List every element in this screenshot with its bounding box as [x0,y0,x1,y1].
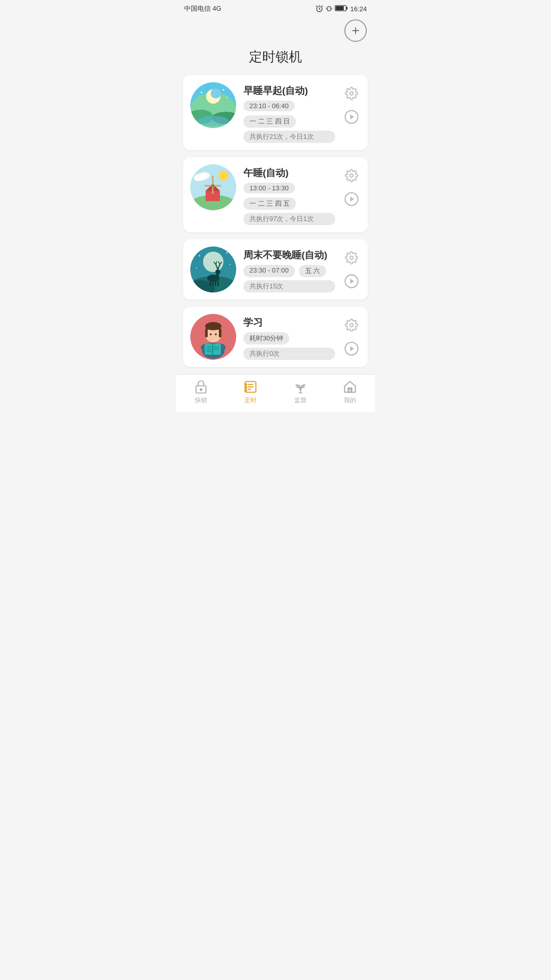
card-title-noon-nap: 午睡(自动) [243,166,335,180]
nav-label-monitor: 监督 [294,396,307,405]
status-right: 16:24 [315,5,367,13]
nav-icon-quick-lock [194,380,208,394]
svg-point-40 [203,252,223,272]
settings-button-early-sleep[interactable] [342,84,361,103]
page-title: 定时锁机 [176,44,375,75]
svg-rect-92 [245,389,247,392]
play-icon-early-sleep [344,109,359,125]
card-body-weekend-sleep: 周末不要晚睡(自动) 23:30 - 07:00 五 六 共执行15次 [243,247,335,292]
nav-icon-timer [243,380,258,394]
card-actions-study [342,314,361,358]
carrier-text: 中国电信 4G [184,4,221,13]
card-noon-nap: 午睡(自动) 13:00 - 13:30 一 二 三 四 五 共执行97次，今日… [183,157,368,232]
svg-point-57 [227,252,228,254]
svg-rect-46 [210,281,211,286]
svg-point-79 [210,333,212,335]
play-button-weekend-sleep[interactable] [342,272,361,290]
card-image-study [190,314,236,360]
svg-rect-78 [219,329,221,337]
nav-icon-mine [343,380,357,394]
svg-marker-83 [350,346,355,351]
card-title-study: 学习 [243,316,335,329]
card-actions-early-sleep [342,82,361,126]
duration-tag-study: 耗时30分钟 [243,332,289,345]
svg-point-35 [350,174,354,178]
vibrate-icon [325,5,333,13]
svg-rect-90 [245,383,247,386]
nav-item-quick-lock[interactable]: 快锁 [176,380,226,405]
days-tag-early-sleep: 一 二 三 四 日 [243,115,296,128]
settings-button-study[interactable] [342,316,361,334]
svg-point-23 [218,170,229,181]
gear-icon-weekend-sleep [345,251,358,264]
svg-rect-77 [205,329,208,337]
card-early-sleep: 早睡早起(自动) 23:10 - 06:40 一 二 三 四 日 共执行21次，… [183,75,368,150]
card-actions-noon-nap [342,164,361,208]
svg-rect-1 [328,7,331,11]
settings-button-noon-nap[interactable] [342,166,361,185]
svg-rect-49 [217,281,219,286]
header [176,15,375,44]
svg-point-10 [211,88,221,99]
nav-item-mine[interactable]: 我的 [325,380,375,405]
nav-item-monitor[interactable]: 监督 [276,380,325,405]
svg-marker-62 [350,279,355,284]
timer-list-icon [243,380,258,394]
svg-point-60 [350,256,354,260]
lock-icon [194,380,208,394]
svg-point-56 [199,255,201,257]
svg-rect-48 [215,281,216,286]
battery-text [335,5,348,13]
nav-label-mine: 我的 [344,396,356,405]
battery-icon [335,5,348,12]
play-button-early-sleep[interactable] [342,108,361,126]
card-body-noon-nap: 午睡(自动) 13:00 - 13:30 一 二 三 四 五 共执行97次，今日… [243,164,335,225]
svg-rect-91 [245,386,247,389]
card-title-early-sleep: 早睡早起(自动) [243,84,335,97]
card-weekend-sleep: 周末不要晚睡(自动) 23:30 - 07:00 五 六 共执行15次 [183,239,368,300]
card-tags-weekend-sleep: 23:30 - 07:00 五 六 [243,265,335,277]
nav-label-quick-lock: 快锁 [195,396,207,405]
svg-point-17 [350,92,354,95]
svg-point-15 [223,89,224,91]
svg-rect-4 [346,7,347,9]
nav-item-timer[interactable]: 定时 [226,380,276,405]
svg-point-58 [230,264,231,265]
svg-point-80 [215,333,217,335]
add-button[interactable] [344,19,367,42]
play-button-noon-nap[interactable] [342,190,361,208]
stats-study: 共执行0次 [243,348,335,360]
settings-button-weekend-sleep[interactable] [342,249,361,267]
gear-icon-study [345,318,358,332]
svg-point-13 [198,116,229,126]
svg-point-31 [211,184,214,187]
play-icon-noon-nap [344,191,359,207]
stats-early-sleep: 共执行21次，今日1次 [243,131,335,143]
time-tag-weekend-sleep: 23:30 - 07:00 [243,265,295,277]
plus-icon [350,25,361,36]
bottom-nav: 快锁 定时 [176,374,375,412]
time-tag-noon-nap: 13:00 - 13:30 [243,183,295,193]
svg-point-59 [196,267,197,268]
stats-weekend-sleep: 共执行15次 [243,280,335,292]
card-image-noon-nap [190,164,236,210]
card-study: 学习 耗时30分钟 共执行0次 [183,307,368,367]
svg-point-76 [205,322,221,330]
svg-marker-37 [350,197,355,202]
play-button-study[interactable] [342,339,361,358]
svg-point-16 [227,97,228,98]
play-icon-study [344,341,359,356]
card-tags-study: 耗时30分钟 [243,332,335,345]
svg-rect-3 [336,6,344,10]
stats-noon-nap: 共执行97次，今日1次 [243,213,335,225]
svg-point-81 [350,324,354,327]
svg-point-34 [194,176,202,181]
gear-icon-early-sleep [345,87,358,100]
svg-point-45 [215,270,220,275]
card-tags-noon-nap: 13:00 - 13:30 一 二 三 四 五 [243,183,335,210]
days-tag-noon-nap: 一 二 三 四 五 [243,198,296,210]
gear-icon-noon-nap [345,169,358,182]
nav-label-timer: 定时 [244,396,257,405]
card-actions-weekend-sleep [342,247,361,290]
svg-rect-47 [212,281,214,286]
